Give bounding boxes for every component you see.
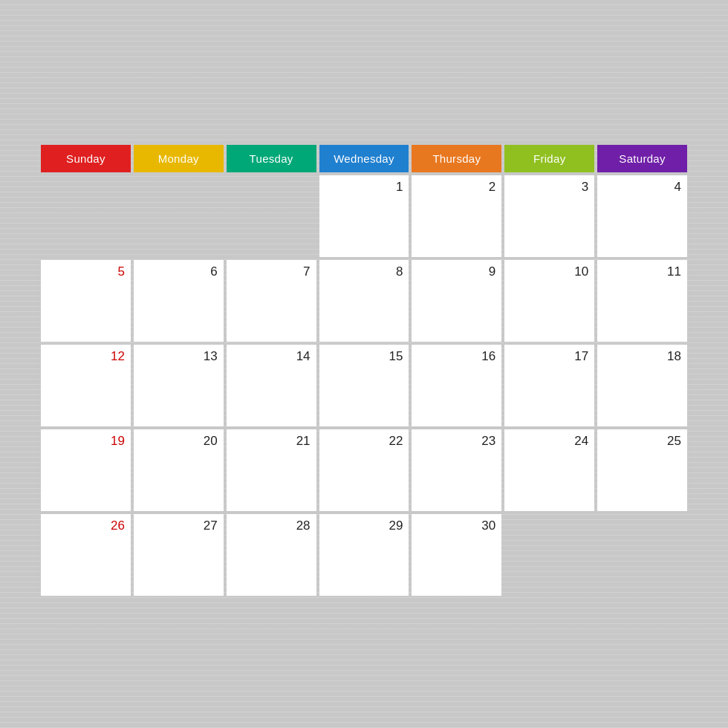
day-number: 20 (204, 434, 218, 449)
day-number: 25 (667, 434, 681, 449)
day-number: 15 (389, 349, 403, 364)
day-cell[interactable] (41, 175, 131, 257)
day-number: 29 (389, 519, 403, 533)
day-number: 8 (396, 264, 403, 279)
day-number: 2 (489, 180, 495, 195)
day-cell[interactable]: 3 (504, 175, 594, 257)
day-cell[interactable]: 22 (319, 429, 409, 511)
day-cell[interactable]: 23 (412, 429, 501, 511)
day-cell[interactable]: 16 (412, 345, 501, 426)
day-header-monday: Monday (134, 145, 224, 172)
day-number: 17 (574, 349, 588, 364)
day-number: 1 (396, 180, 403, 195)
day-header-thursday: Thursday (412, 145, 501, 172)
day-number: 30 (481, 519, 495, 533)
day-cell[interactable]: 28 (227, 514, 316, 596)
day-header-sunday: Sunday (41, 145, 131, 172)
day-number: 28 (296, 519, 311, 533)
day-cell[interactable]: 5 (41, 260, 131, 342)
day-cell[interactable]: 26 (41, 514, 131, 596)
day-cell[interactable] (504, 514, 594, 596)
day-number: 26 (111, 519, 125, 533)
day-number: 16 (481, 349, 495, 364)
day-number: 4 (675, 180, 681, 195)
day-cell[interactable] (227, 175, 316, 257)
day-cell[interactable]: 12 (41, 345, 131, 426)
day-cell[interactable]: 2 (412, 175, 501, 257)
day-cell[interactable]: 20 (134, 429, 224, 511)
day-number: 6 (210, 264, 217, 279)
day-number: 11 (667, 264, 681, 279)
day-cell[interactable]: 19 (41, 429, 131, 511)
day-number: 10 (574, 264, 588, 279)
day-cell[interactable]: 8 (319, 260, 409, 342)
day-number: 9 (489, 264, 495, 279)
day-cell[interactable]: 25 (597, 429, 687, 511)
calendar: SundayMondayTuesdayWednesdayThursdayFrid… (41, 133, 687, 596)
day-cell[interactable]: 7 (227, 260, 316, 342)
day-number: 3 (582, 180, 588, 195)
day-cell[interactable] (597, 514, 687, 596)
day-headers: SundayMondayTuesdayWednesdayThursdayFrid… (41, 145, 687, 172)
day-cell[interactable]: 18 (597, 345, 687, 426)
day-number: 21 (296, 434, 311, 449)
day-header-wednesday: Wednesday (319, 145, 409, 172)
day-number: 22 (389, 434, 403, 449)
day-cell[interactable]: 15 (319, 345, 409, 426)
day-cell[interactable]: 11 (597, 260, 687, 342)
day-cell[interactable]: 29 (319, 514, 409, 596)
day-cell[interactable]: 14 (227, 345, 316, 426)
day-number: 27 (204, 519, 218, 533)
day-cell[interactable]: 10 (504, 260, 594, 342)
day-number: 13 (204, 349, 218, 364)
day-number: 18 (667, 349, 681, 364)
day-header-saturday: Saturday (597, 145, 687, 172)
day-number: 14 (296, 349, 311, 364)
day-number: 24 (574, 434, 588, 449)
day-cell[interactable]: 27 (134, 514, 224, 596)
day-cell[interactable]: 13 (134, 345, 224, 426)
day-number: 5 (117, 264, 124, 279)
day-cell[interactable]: 1 (319, 175, 409, 257)
day-header-tuesday: Tuesday (227, 145, 316, 172)
day-cell[interactable]: 24 (504, 429, 594, 511)
day-number: 19 (111, 434, 125, 449)
day-cell[interactable]: 17 (504, 345, 594, 426)
day-number: 7 (303, 264, 310, 279)
day-cell[interactable]: 30 (412, 514, 501, 596)
day-cell[interactable] (134, 175, 224, 257)
day-cell[interactable]: 6 (134, 260, 224, 342)
day-cell[interactable]: 9 (412, 260, 501, 342)
day-cell[interactable]: 4 (597, 175, 687, 257)
calendar-grid: 1234567891011121314151617181920212223242… (41, 175, 687, 596)
day-number: 12 (111, 349, 125, 364)
day-cell[interactable]: 21 (227, 429, 316, 511)
day-header-friday: Friday (504, 145, 594, 172)
day-number: 23 (481, 434, 495, 449)
